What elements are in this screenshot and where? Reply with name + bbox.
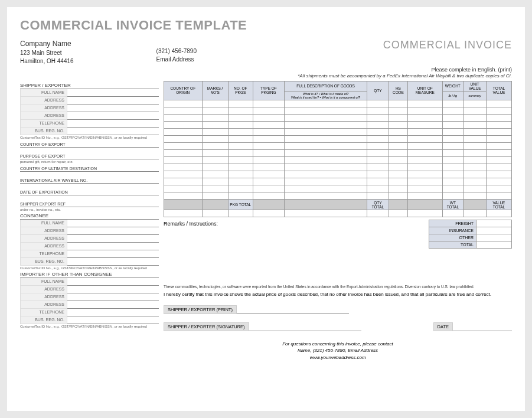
summary-table: FREIGHT INSURANCE OTHER TOTAL xyxy=(429,220,512,249)
company-street: 123 Main Street xyxy=(20,49,74,57)
country-dest-input[interactable] xyxy=(99,166,159,171)
sig-date-input[interactable] xyxy=(453,323,512,331)
sig-signature-label: SHIPPER / EXPORTER (SIGNATURE) xyxy=(164,322,249,331)
insurance-value[interactable] xyxy=(476,227,512,234)
footer-line1: For questions concerning this invoice, p… xyxy=(164,341,512,347)
body-wrap: SHIPPER / EXPORTER FULL NAME ADDRESS ADD… xyxy=(20,81,512,361)
goods-row[interactable] xyxy=(164,185,512,192)
importer-address2-input[interactable] xyxy=(67,293,159,301)
purpose-export-input[interactable] xyxy=(67,154,159,158)
country-export-input[interactable] xyxy=(67,142,159,146)
col-weight-sub: lb / kg xyxy=(442,92,464,100)
label-busreg: BUS. REG. NO. xyxy=(20,258,67,266)
shipper-fullname-input[interactable] xyxy=(67,89,159,97)
goods-row[interactable] xyxy=(164,178,512,185)
signature-sign-row: SHIPPER / EXPORTER (SIGNATURE) DATE xyxy=(164,322,512,331)
shipper-ref-input[interactable] xyxy=(67,202,159,206)
goods-row[interactable] xyxy=(164,100,512,107)
col-desc: FULL DESCRIPTION OF GOODS xyxy=(285,81,367,91)
importer-address1-input[interactable] xyxy=(67,286,159,293)
purpose-note: personal gift, return for repair, etc. xyxy=(20,160,159,164)
shipper-header: SHIPPER / EXPORTER xyxy=(20,82,159,89)
company-name: Company Name xyxy=(20,39,74,49)
label-address: ADDRESS xyxy=(20,105,67,112)
label-address: ADDRESS xyxy=(20,293,67,301)
col-desc-sub: What is it? • What is it made of? What i… xyxy=(285,92,367,100)
consignee-header: CONSIGNEE xyxy=(20,213,159,220)
header-row: Company Name 123 Main Street Hamilton, O… xyxy=(20,39,512,66)
note-italic: *All shipments must be accompanied by a … xyxy=(298,73,512,79)
total-value[interactable] xyxy=(476,241,512,249)
label-fullname: FULL NAME xyxy=(20,220,67,227)
left-column: SHIPPER / EXPORTER FULL NAME ADDRESS ADD… xyxy=(20,81,159,361)
footer-line2: Name, (321) 456-7890, Email Address xyxy=(164,347,512,354)
shipper-address1-input[interactable] xyxy=(67,97,159,105)
importer-busreg-input[interactable] xyxy=(67,316,159,324)
consignee-address3-input[interactable] xyxy=(67,243,159,250)
consignee-busreg-input[interactable] xyxy=(67,258,159,266)
label-telephone: TELEPHONE xyxy=(20,309,67,316)
totals-value-row[interactable] xyxy=(164,210,512,217)
importer-address3-input[interactable] xyxy=(67,301,159,309)
disclaimer: These commodities, technologies, or soft… xyxy=(164,284,512,289)
goods-row[interactable] xyxy=(164,164,512,171)
sig-date-label: DATE xyxy=(433,322,453,331)
label-fullname: FULL NAME xyxy=(20,89,67,97)
col-pkgs: NO. OF PKGS xyxy=(228,81,253,100)
air-waybill-input[interactable] xyxy=(89,178,159,182)
invoice-page: COMMERCIAL INVOICE TEMPLATE Company Name… xyxy=(7,7,525,411)
col-marks: MARKS / NO'S xyxy=(202,81,228,100)
consignee-fullname-input[interactable] xyxy=(67,220,159,227)
goods-row[interactable] xyxy=(164,157,512,164)
col-origin: COUNTRY OF ORIGIN xyxy=(164,81,203,100)
note-top: Please complete in English. (print) xyxy=(431,67,512,73)
consignee-address1-input[interactable] xyxy=(67,227,159,235)
goods-row[interactable] xyxy=(164,129,512,136)
footer: For questions concerning this invoice, p… xyxy=(164,341,512,361)
customs-note: Customs/Tax ID No., e.g., GST/RFC/VAT/IN… xyxy=(20,136,159,139)
label-address: ADDRESS xyxy=(20,243,67,250)
purpose-export-label: PURPOSE OF EXPORT xyxy=(20,154,66,158)
date-export-label: DATE OF EXPORTATION xyxy=(20,190,68,194)
label-busreg: BUS. REG. NO. xyxy=(20,316,67,324)
goods-row[interactable] xyxy=(164,143,512,150)
order-note: order no., invoice no., etc. xyxy=(20,208,159,211)
importer-telephone-input[interactable] xyxy=(67,309,159,316)
goods-row[interactable] xyxy=(164,150,512,157)
sig-signature-input[interactable] xyxy=(249,323,361,331)
col-qty: QTY xyxy=(367,81,389,100)
col-pkging: TYPE OF PKGING xyxy=(253,81,284,100)
freight-value[interactable] xyxy=(476,220,512,227)
consignee-address2-input[interactable] xyxy=(67,235,159,243)
country-dest-label: COUNTRY OF ULTIMATE DESTINATION xyxy=(20,166,97,171)
freight-label: FREIGHT xyxy=(429,220,476,227)
col-unit: UNIT OF MEASURE xyxy=(408,81,443,100)
customs-note: Customs/Tax ID No., e.g., GST/RFC/VAT/IN… xyxy=(20,266,159,270)
consignee-telephone-input[interactable] xyxy=(67,250,159,258)
col-total: TOTAL VALUE xyxy=(487,81,512,100)
contact-email: Email Address xyxy=(156,55,197,64)
goods-row[interactable] xyxy=(164,171,512,178)
label-address: ADDRESS xyxy=(20,301,67,309)
shipper-address2-input[interactable] xyxy=(67,105,159,112)
goods-row[interactable] xyxy=(164,136,512,143)
goods-row[interactable] xyxy=(164,115,512,122)
goods-row[interactable] xyxy=(164,107,512,115)
other-value[interactable] xyxy=(476,234,512,241)
right-column: COUNTRY OF ORIGIN MARKS / NO'S NO. OF PK… xyxy=(164,81,512,361)
shipper-busreg-input[interactable] xyxy=(67,128,159,135)
doc-title: COMMERCIAL INVOICE xyxy=(383,39,512,51)
company-city: Hamilton, OH 44416 xyxy=(20,57,74,66)
label-address: ADDRESS xyxy=(20,286,67,293)
shipper-telephone-input[interactable] xyxy=(67,120,159,128)
totals-row: PKG TOTAL QTY TOTAL WT TOTAL VALUE TOTAL xyxy=(164,200,512,210)
total-label: TOTAL xyxy=(429,241,476,249)
label-telephone: TELEPHONE xyxy=(20,120,67,128)
goods-table: COUNTRY OF ORIGIN MARKS / NO'S NO. OF PK… xyxy=(164,81,512,217)
sig-print-input[interactable] xyxy=(237,306,349,314)
shipper-address3-input[interactable] xyxy=(67,112,159,120)
importer-fullname-input[interactable] xyxy=(67,278,159,286)
goods-row[interactable] xyxy=(164,192,512,200)
goods-row[interactable] xyxy=(164,122,512,129)
date-export-input[interactable] xyxy=(70,190,159,194)
